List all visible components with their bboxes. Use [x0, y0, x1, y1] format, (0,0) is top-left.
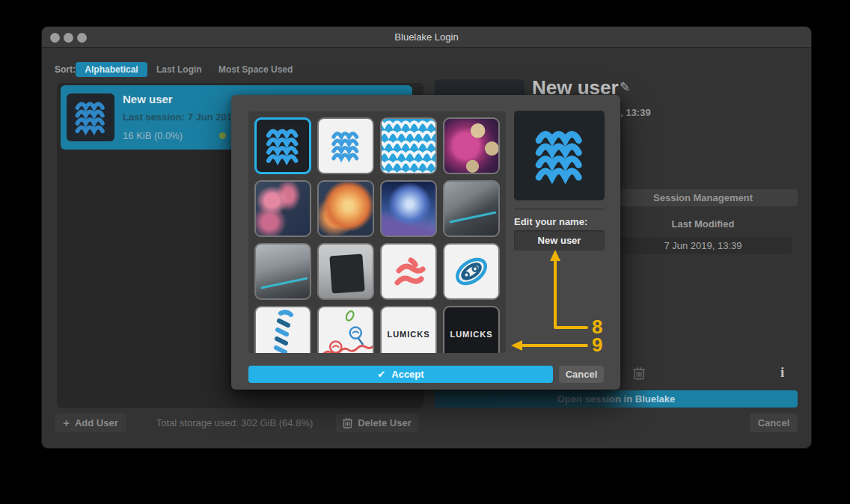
- plus-icon: +: [63, 417, 70, 429]
- sort-label: Sort:: [55, 64, 76, 75]
- delete-user-button[interactable]: Delete User: [336, 414, 418, 432]
- strand-icon: [319, 306, 373, 353]
- waves-icon: [533, 127, 587, 184]
- avatar-tile-instrument-photo-1[interactable]: [443, 180, 500, 237]
- helix-icon: [263, 306, 303, 353]
- avatar-tile-instrument-photo-2[interactable]: [254, 243, 311, 300]
- accept-button[interactable]: ✔ Accept: [248, 366, 553, 383]
- divider: [514, 209, 605, 209]
- name-input[interactable]: [514, 230, 605, 251]
- user-name: New user: [123, 93, 173, 105]
- waves-icon: [330, 129, 361, 162]
- avatar-tile-lumicks-dark[interactable]: LUMICKS: [443, 306, 500, 353]
- avatar-tile-cell-photo[interactable]: [443, 117, 500, 174]
- avatar-tile-plasmid-icon[interactable]: [443, 243, 500, 300]
- avatar-tile-waves-dark[interactable]: [254, 117, 311, 174]
- app-window: Bluelake Login Sort: Alphabetical Last L…: [41, 26, 812, 449]
- chromosome-icon: [388, 251, 429, 292]
- sort-option-last-login[interactable]: Last Login: [156, 64, 202, 75]
- avatar-tile-dna-photo[interactable]: [254, 180, 311, 237]
- add-user-button[interactable]: + Add User: [55, 414, 126, 432]
- info-icon[interactable]: i: [780, 364, 784, 381]
- plasmid-icon: [450, 251, 492, 292]
- dialog-cancel-button[interactable]: Cancel: [559, 366, 604, 383]
- waves-icon: [73, 99, 108, 135]
- sort-option-most-space[interactable]: Most Space Used: [218, 64, 293, 75]
- avatar-tile-lumicks-light[interactable]: LUMICKS: [380, 306, 437, 353]
- instrument-glow: [449, 211, 496, 223]
- delete-user-label: Delete User: [358, 417, 412, 428]
- waves-icon: [264, 126, 302, 165]
- avatar-tile-protein-photo[interactable]: [317, 180, 374, 237]
- avatar-tile-instrument-photo-3[interactable]: [317, 243, 374, 300]
- machine-silhouette: [329, 254, 364, 294]
- user-storage: 16 KiB (0.0%): [123, 130, 183, 141]
- edit-name-pencil-icon[interactable]: ✎: [620, 79, 630, 95]
- last-modified-header: Last Modified: [608, 218, 798, 230]
- last-modified-row[interactable]: 7 Jun 2019, 13:39: [614, 237, 792, 254]
- delete-session-trash-icon[interactable]: [633, 366, 645, 383]
- avatar-tile-sphere-photo[interactable]: [380, 180, 437, 237]
- accept-label: Accept: [391, 369, 424, 380]
- avatar-tile-helix-icon[interactable]: [254, 306, 311, 353]
- window-title: Bluelake Login: [42, 31, 811, 43]
- trash-icon: [343, 417, 352, 428]
- status-dot: [219, 132, 226, 139]
- avatar-tile-waves-light[interactable]: [317, 117, 374, 174]
- lumicks-logo: LUMICKS: [387, 330, 429, 339]
- title-bar[interactable]: Bluelake Login: [42, 27, 811, 48]
- add-user-label: Add User: [75, 417, 118, 428]
- footer-cancel-button[interactable]: Cancel: [750, 414, 798, 432]
- edit-name-label: Edit your name:: [514, 216, 587, 227]
- avatar-tile-waves-pattern[interactable]: [380, 117, 437, 174]
- total-storage-text: Total storage used: 302 GiB (64.8%): [147, 417, 322, 428]
- session-management-button[interactable]: Session Management: [608, 189, 798, 206]
- avatar-tile-strand-icon[interactable]: [317, 306, 374, 353]
- lumicks-logo: LUMICKS: [450, 330, 492, 339]
- open-session-button[interactable]: Open session in Bluelake: [435, 390, 798, 408]
- sort-option-alphabetical[interactable]: Alphabetical: [76, 62, 147, 77]
- wave-pattern-icon: [382, 117, 435, 174]
- check-icon: ✔: [377, 369, 385, 380]
- avatar-picker-dialog: LUMICKS LUMICKS Edit your name: ✔ Accept…: [231, 95, 620, 390]
- avatar-preview: [514, 111, 605, 200]
- avatar-tile-chromosome-icon[interactable]: [380, 243, 437, 300]
- avatar-grid: LUMICKS LUMICKS: [248, 111, 506, 353]
- modal-shadow-overlay: [435, 390, 798, 408]
- user-avatar: [67, 93, 114, 141]
- instrument-glow: [260, 277, 308, 289]
